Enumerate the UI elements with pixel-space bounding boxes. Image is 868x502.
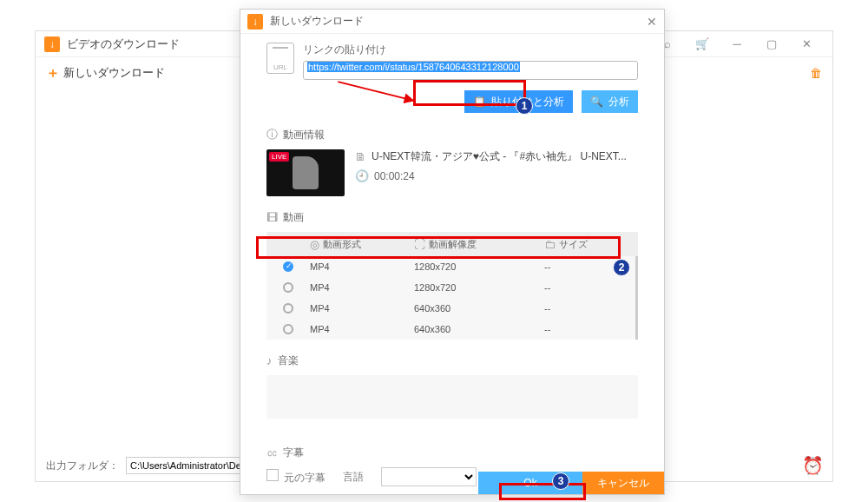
trash-icon[interactable]: 🗑 bbox=[810, 66, 822, 80]
minimize-button[interactable]: ─ bbox=[720, 32, 754, 56]
format-table-header: ◎動画形式 ⛶動画解像度 🗀サイズ bbox=[266, 232, 638, 256]
main-title: ビデオのダウンロード bbox=[67, 36, 180, 52]
video-thumbnail: LIVE bbox=[266, 149, 345, 196]
link-paste-label: リンクの貼り付け bbox=[303, 43, 638, 57]
paste-icon: 📋 bbox=[473, 96, 486, 108]
audio-list-empty bbox=[266, 375, 638, 419]
music-icon: ♪ bbox=[266, 354, 273, 367]
alarm-icon[interactable]: ⏰ bbox=[802, 455, 824, 476]
video-title: U-NEXT韓流・アジア♥公式 - 『#赤い袖先』 U-NEXT... bbox=[372, 149, 627, 164]
radio-icon[interactable] bbox=[283, 303, 293, 314]
radio-icon[interactable] bbox=[283, 282, 293, 293]
annotation-marker-3: 3 bbox=[552, 472, 569, 490]
video-info-row: LIVE 🗎 U-NEXT韓流・アジア♥公式 - 『#赤い袖先』 U-NEXT.… bbox=[266, 149, 638, 196]
video-duration: 00:00:24 bbox=[374, 170, 415, 182]
cc-icon: ㏄ bbox=[266, 445, 278, 460]
table-row[interactable]: MP4 1280x720 -- bbox=[266, 256, 635, 277]
modal-titlebar: ↓ 新しいダウンロード ✕ bbox=[240, 10, 664, 34]
size-icon: 🗀 bbox=[544, 238, 556, 251]
format-table-body: MP4 1280x720 -- MP4 1280x720 -- MP4 640x… bbox=[266, 256, 638, 340]
radio-icon[interactable] bbox=[283, 324, 293, 334]
cancel-button[interactable]: キャンセル bbox=[582, 472, 664, 494]
modal-footer: Ok キャンセル bbox=[240, 472, 664, 494]
close-button[interactable]: ✕ bbox=[789, 32, 824, 56]
link-section: URL リンクの貼り付け https://twitter.com/i/statu… bbox=[266, 43, 638, 113]
output-folder-label: 出力フォルダ： bbox=[46, 459, 119, 473]
maximize-button[interactable]: ▢ bbox=[754, 32, 789, 56]
magnifier-icon: 🔍 bbox=[590, 96, 603, 108]
video-section-header: 🎞 動画 bbox=[266, 210, 638, 225]
plus-icon: ＋ bbox=[46, 64, 60, 83]
table-row[interactable]: MP4 640x360 -- bbox=[266, 319, 635, 340]
modal-title: 新しいダウンロード bbox=[270, 14, 364, 29]
cart-icon[interactable]: 🛒 bbox=[685, 32, 720, 56]
url-input[interactable]: https://twitter.com/i/status/15876406433… bbox=[303, 61, 638, 80]
format-icon: ◎ bbox=[310, 238, 319, 251]
modal-body: URL リンクの貼り付け https://twitter.com/i/statu… bbox=[240, 34, 664, 495]
live-badge: LIVE bbox=[269, 152, 289, 162]
resolution-icon: ⛶ bbox=[414, 238, 425, 251]
clock-icon: 🕘 bbox=[355, 169, 369, 182]
analyze-button[interactable]: 🔍 分析 bbox=[582, 90, 638, 113]
app-icon: ↓ bbox=[44, 36, 60, 52]
new-download-modal: ↓ 新しいダウンロード ✕ URL リンクの貼り付け https://twitt… bbox=[240, 9, 665, 495]
new-download-button[interactable]: ＋ 新しいダウンロード bbox=[46, 64, 165, 83]
info-icon: ⓘ bbox=[266, 127, 278, 142]
radio-selected-icon[interactable] bbox=[283, 261, 293, 272]
modal-app-icon: ↓ bbox=[247, 14, 263, 30]
table-row[interactable]: MP4 640x360 -- bbox=[266, 298, 635, 319]
video-duration-row: 🕘 00:00:24 bbox=[355, 169, 627, 182]
url-icon: URL bbox=[266, 43, 294, 74]
file-icon: 🗎 bbox=[355, 150, 366, 163]
table-row[interactable]: MP4 1280x720 -- bbox=[266, 277, 635, 298]
subtitle-section-header: ㏄ 字幕 bbox=[266, 445, 638, 460]
annotation-marker-2: 2 bbox=[613, 259, 630, 276]
video-title-row: 🗎 U-NEXT韓流・アジア♥公式 - 『#赤い袖先』 U-NEXT... bbox=[355, 149, 627, 164]
video-info-header: ⓘ 動画情報 bbox=[266, 127, 638, 142]
close-icon[interactable]: ✕ bbox=[647, 15, 657, 29]
audio-section-header: ♪ 音楽 bbox=[266, 353, 638, 368]
video-icon: 🎞 bbox=[266, 211, 278, 224]
new-download-label: 新しいダウンロード bbox=[63, 65, 165, 81]
annotation-marker-1: 1 bbox=[516, 97, 533, 115]
